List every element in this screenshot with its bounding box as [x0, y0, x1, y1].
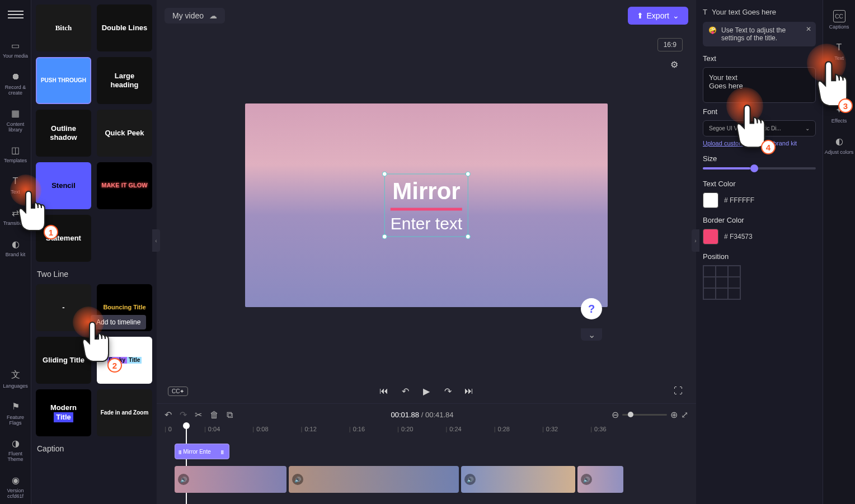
asset-tile[interactable]: PUSH THROUGH — [36, 57, 91, 104]
globe-icon: 文 — [10, 369, 22, 381]
mini-rail: CCCaptions TText ♪Audio ✦Effects ◐Adjust… — [823, 0, 855, 504]
nav-version[interactable]: ◉Version ccfd61f — [0, 469, 31, 504]
asset-tile[interactable]: Fade in and Zoom — [97, 389, 152, 436]
asset-tile[interactable]: Stencil — [36, 162, 91, 209]
nav-languages[interactable]: 文Languages — [0, 365, 31, 394]
nav-transitions[interactable]: ⇄Transitions — [0, 202, 31, 231]
video-clip[interactable]: 🔊 — [577, 466, 623, 493]
timeline-ruler[interactable]: 00:040:080:120:160:200:240:280:320:36 — [157, 426, 696, 439]
asset-tile[interactable]: - — [36, 284, 91, 331]
version-icon: ◉ — [10, 474, 22, 486]
redo-icon[interactable]: ↷ — [180, 409, 187, 420]
upload-icon: ⬆ — [637, 11, 643, 20]
section-title-twoline: Two Line — [37, 270, 152, 279]
asset-tile[interactable]: Bitch — [36, 4, 91, 51]
zoom-in-icon[interactable]: ⊕ — [670, 409, 678, 420]
skip-forward-icon[interactable]: ⏭ — [462, 384, 476, 398]
chevron-down-icon: ⌄ — [673, 11, 679, 20]
gear-icon[interactable]: ⚙ — [670, 59, 678, 70]
speaker-icon[interactable]: 🔊 — [292, 474, 303, 485]
size-label: Size — [703, 154, 816, 163]
video-clip[interactable]: 🔊 — [175, 466, 286, 493]
nav-text[interactable]: TText — [0, 171, 31, 200]
collapse-asset-panel[interactable]: ‹ — [152, 229, 160, 252]
project-title[interactable]: My video ☁ — [165, 8, 225, 23]
asset-panel: Bitch Double Lines PUSH THROUGH Large he… — [31, 0, 157, 504]
nav-content-library[interactable]: ▦Content library — [0, 103, 31, 138]
bordercolor-label: Border Color — [703, 216, 816, 224]
mini-audio[interactable]: ♪Audio — [823, 68, 855, 97]
asset-tile[interactable]: Gliding Title — [36, 337, 91, 384]
text-input[interactable] — [703, 67, 816, 103]
fullscreen-icon[interactable]: ⛶ — [671, 384, 685, 398]
video-clip[interactable]: 🔊 — [461, 466, 575, 493]
speaker-icon[interactable]: 🔊 — [581, 474, 592, 485]
forward-icon[interactable]: ↷ — [441, 384, 454, 398]
rewind-icon[interactable]: ↶ — [398, 384, 412, 398]
undo-icon[interactable]: ↶ — [165, 409, 172, 420]
zoom-out-icon[interactable]: ⊖ — [612, 409, 619, 420]
text-icon: T — [703, 8, 707, 16]
canvas-area: 16:9 ⚙ Mirror Enter text — [157, 31, 696, 379]
text-overlay-selection[interactable]: Mirror Enter text — [384, 173, 468, 237]
mini-adjust-colors[interactable]: ◐Adjust colors — [823, 131, 855, 160]
speaker-icon[interactable]: 🔊 — [178, 474, 189, 485]
asset-tile[interactable]: MAKE IT GLOW — [97, 162, 152, 209]
playback-bar: CC✦ ⏮ ↶ ▶ ↷ ⏭ ⛶ — [157, 379, 696, 403]
mini-effects[interactable]: ✦Effects — [823, 100, 855, 129]
close-icon[interactable]: ✕ — [806, 25, 811, 33]
duplicate-icon[interactable]: ⧉ — [227, 410, 233, 420]
bordercolor-swatch[interactable] — [703, 229, 718, 244]
delete-icon[interactable]: 🗑 — [210, 410, 219, 420]
nav-templates[interactable]: ◫Templates — [0, 139, 31, 168]
folder-icon: ▭ — [10, 39, 22, 51]
speaker-icon[interactable]: 🔊 — [464, 474, 476, 485]
emoji-icon: 🤪 — [708, 26, 717, 34]
position-grid[interactable] — [703, 265, 741, 300]
fit-icon[interactable]: ⤢ — [681, 409, 688, 420]
library-icon: ▦ — [10, 107, 22, 120]
nav-fluent-theme[interactable]: ◑Fluent Theme — [0, 432, 31, 467]
nav-brand-kit[interactable]: ◐Brand kit — [0, 233, 31, 262]
asset-tile[interactable]: ModernTitle — [36, 389, 91, 436]
help-button[interactable]: ? — [581, 298, 602, 319]
play-icon[interactable]: ▶ — [420, 384, 433, 398]
captions-toggle[interactable]: CC✦ — [168, 387, 188, 396]
bordercolor-hex: # F34573 — [724, 233, 753, 241]
flag-icon: ⚑ — [10, 401, 22, 413]
tooltip-add-timeline: Add to timeline — [91, 315, 146, 329]
textcolor-swatch[interactable] — [703, 192, 718, 208]
text-clip[interactable]: ||||Mirror Ente|||| — [175, 444, 229, 459]
expand-props-panel[interactable]: › — [692, 229, 699, 252]
asset-tile[interactable]: Large heading — [97, 57, 152, 104]
asset-tile[interactable]: Statement — [36, 215, 91, 262]
nav-feature-flags[interactable]: ⚑Feature Flags — [0, 396, 31, 431]
skip-back-icon[interactable]: ⏮ — [377, 384, 391, 398]
split-icon[interactable]: ✂ — [195, 409, 202, 420]
hamburger-menu[interactable] — [8, 7, 24, 22]
cloud-sync-icon: ☁ — [209, 11, 217, 20]
position-label: Position — [703, 252, 816, 261]
asset-tile[interactable]: FunkyTitle — [97, 337, 152, 384]
asset-tile[interactable]: Outline shadow — [36, 110, 91, 157]
upload-fonts-link[interactable]: Upload custom fonts with brand kit — [703, 140, 816, 147]
font-select[interactable]: Segoe UI Variable Static Di...⌄ — [703, 120, 816, 136]
video-preview[interactable]: Mirror Enter text — [245, 103, 608, 307]
export-button[interactable]: ⬆ Export ⌄ — [628, 7, 688, 25]
timeline-tracks: ||||Mirror Ente|||| 🔊 🔊 🔊 🔊 — [157, 439, 696, 504]
aspect-ratio-button[interactable]: 16:9 — [657, 38, 683, 51]
nav-record-create[interactable]: ⏺Record & create — [0, 66, 31, 101]
asset-tile[interactable]: Quick Peek — [97, 110, 152, 157]
transitions-icon: ⇄ — [10, 206, 22, 219]
mini-captions[interactable]: CCCaptions — [823, 6, 855, 35]
nav-your-media[interactable]: ▭Your media — [0, 35, 31, 64]
text-icon: T — [10, 175, 22, 187]
video-clip[interactable]: 🔊 — [289, 466, 459, 493]
zoom-slider[interactable] — [622, 414, 667, 416]
expand-chevron[interactable]: ⌄ — [581, 328, 602, 341]
cc-icon: CC — [833, 10, 845, 22]
size-slider[interactable] — [703, 167, 816, 169]
asset-tile[interactable]: Double Lines — [97, 4, 152, 51]
mini-text[interactable]: TText — [823, 37, 855, 66]
text-label: Text — [703, 54, 816, 63]
